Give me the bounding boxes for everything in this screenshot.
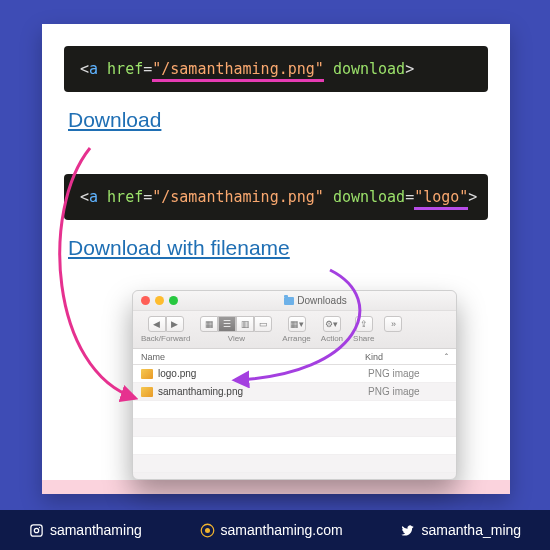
more-button[interactable]: »: [384, 316, 402, 332]
back-button[interactable]: ◀: [148, 316, 166, 332]
finder-window: Downloads ◀ ▶ Back/Forward ▦ ☰ ▥ ▭ View …: [132, 290, 457, 480]
example-1: <a href="/samanthaming.png" download> Do…: [42, 24, 510, 152]
code-block-1: <a href="/samanthaming.png" download>: [64, 46, 488, 92]
twitter-icon: [400, 523, 415, 538]
file-row: .: [133, 437, 456, 455]
download-link-basic[interactable]: Download: [68, 108, 161, 131]
instagram-link[interactable]: samanthaming: [29, 522, 142, 538]
finder-titlebar: Downloads: [133, 291, 456, 311]
file-row: .: [133, 455, 456, 473]
file-row: .: [133, 419, 456, 437]
action-group: ⚙▾ Action: [321, 316, 343, 343]
image-thumb-icon: [141, 387, 153, 397]
instagram-icon: [29, 523, 44, 538]
code-block-2: <a href="/samanthaming.png" download="lo…: [64, 174, 488, 220]
file-row[interactable]: samanthaming.png PNG image: [133, 383, 456, 401]
file-row: .: [133, 401, 456, 419]
view-column-button[interactable]: ▥: [236, 316, 254, 332]
website-link[interactable]: samanthaming.com: [200, 522, 343, 538]
share-button[interactable]: ⇪: [355, 316, 373, 332]
file-row[interactable]: logo.png PNG image: [133, 365, 456, 383]
nav-group: ◀ ▶ Back/Forward: [141, 316, 190, 343]
view-gallery-button[interactable]: ▭: [254, 316, 272, 332]
minimize-icon[interactable]: [155, 296, 164, 305]
view-list-button[interactable]: ☰: [218, 316, 236, 332]
logo-icon: [200, 523, 215, 538]
sort-indicator-icon: ˆ: [445, 352, 448, 362]
finder-file-list: logo.png PNG image samanthaming.png PNG …: [133, 365, 456, 473]
share-group: ⇪ Share: [353, 316, 374, 343]
forward-button[interactable]: ▶: [166, 316, 184, 332]
image-thumb-icon: [141, 369, 153, 379]
zoom-icon[interactable]: [169, 296, 178, 305]
card-accent-bar: [42, 480, 510, 494]
arrange-group: ▦▾ Arrange: [282, 316, 310, 343]
action-button[interactable]: ⚙▾: [323, 316, 341, 332]
finder-title: Downloads: [183, 295, 448, 306]
finder-columns: Name Kind ˆ: [133, 349, 456, 365]
folder-icon: [284, 297, 294, 305]
more-group: »: [384, 316, 402, 343]
twitter-link[interactable]: samantha_ming: [400, 522, 521, 538]
download-link-filename[interactable]: Download with filename: [68, 236, 290, 259]
view-icon-button[interactable]: ▦: [200, 316, 218, 332]
arrange-button[interactable]: ▦▾: [288, 316, 306, 332]
finder-toolbar: ◀ ▶ Back/Forward ▦ ☰ ▥ ▭ View ▦▾ Arrange…: [133, 311, 456, 349]
view-group: ▦ ☰ ▥ ▭ View: [200, 316, 272, 343]
social-footer: samanthaming samanthaming.com samantha_m…: [0, 510, 550, 550]
svg-point-1: [205, 528, 210, 533]
close-icon[interactable]: [141, 296, 150, 305]
example-2: <a href="/samanthaming.png" download="lo…: [42, 152, 510, 280]
